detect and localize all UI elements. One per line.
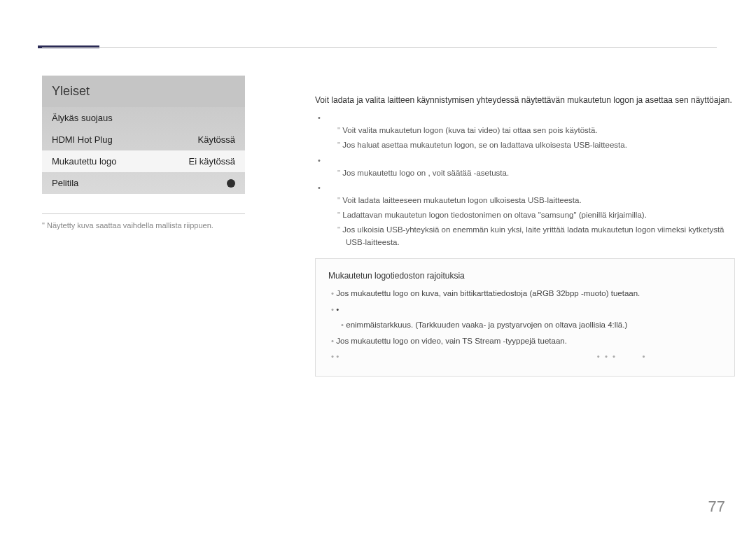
toggle-off-icon (227, 179, 235, 188)
placeholder-marker: • (336, 352, 340, 360)
screenshot-caption: Näytetty kuva saattaa vaihdella mallista… (42, 221, 245, 230)
panel-row-game-mode[interactable]: Pelitila (42, 172, 245, 194)
panel-row-label: Älykäs suojaus (52, 113, 113, 123)
bullet-group-1: • Voit valita mukautetun logon (kuva tai… (315, 113, 735, 152)
panel-row-label: HDMI Hot Plug (52, 134, 113, 145)
intro-text: Voit ladata ja valita laitteen käynnisty… (315, 94, 735, 106)
panel-title: Yleiset (42, 76, 245, 107)
header-rule (42, 47, 717, 48)
sub-bullet: Jos mukautettu logo on , voit säätää -as… (337, 167, 735, 179)
right-column: Voit ladata ja valita laitteen käynnisty… (315, 94, 735, 377)
bullet-group-3: • Voit ladata laitteeseen mukautetun log… (315, 183, 735, 248)
bullet-heading: • (318, 183, 735, 192)
sub-bullet: Voit ladata laitteeseen mukautetun logon… (337, 195, 735, 206)
box-item: • (331, 303, 722, 317)
bullet-heading: • (318, 113, 735, 122)
panel-row-label: Pelitila (52, 178, 78, 188)
box-item-markers: • • • • • (331, 350, 722, 364)
panel-row-hdmi-hot-plug[interactable]: HDMI Hot Plug Käytössä (42, 129, 245, 150)
panel-row-value: Ei käytössä (189, 156, 235, 167)
panel-row-smart-security[interactable]: Älykäs suojaus (42, 107, 245, 129)
panel-row-label: Mukautettu logo (52, 156, 117, 167)
placeholder-marker: • (643, 352, 647, 360)
settings-panel: Yleiset Älykäs suojaus HDMI Hot Plug Käy… (42, 76, 245, 194)
sub-bullet: Ladattavan mukautetun logon tiedostonime… (337, 209, 735, 221)
placeholder-marker: • • • (597, 352, 617, 360)
box-item: Jos mukautettu logo on video, vain TS St… (331, 335, 722, 349)
left-column: Yleiset Älykäs suojaus HDMI Hot Plug Käy… (42, 76, 245, 230)
panel-row-custom-logo[interactable]: Mukautettu logo Ei käytössä (42, 150, 245, 172)
caption-divider (42, 213, 245, 214)
bullet-heading: • (318, 156, 735, 164)
box-item: Jos mukautettu logo on kuva, vain bittik… (331, 287, 722, 301)
sub-bullet: Voit valita mukautetun logon (kuva tai v… (337, 125, 735, 136)
page-number: 77 (708, 498, 725, 516)
limitations-box: Mukautetun logotiedoston rajoituksia Jos… (315, 258, 735, 377)
box-title: Mukautetun logotiedoston rajoituksia (328, 269, 722, 283)
sub-bullet: Jos haluat asettaa mukautetun logon, se … (337, 139, 735, 151)
bullet-group-2: • Jos mukautettu logo on , voit säätää -… (315, 156, 735, 179)
box-item: enimmäistarkkuus. (Tarkkuuden vaaka- ja … (341, 318, 722, 332)
sub-bullet: Jos ulkoisia USB-yhteyksiä on enemmän ku… (337, 224, 735, 248)
panel-row-value: Käytössä (198, 134, 235, 145)
